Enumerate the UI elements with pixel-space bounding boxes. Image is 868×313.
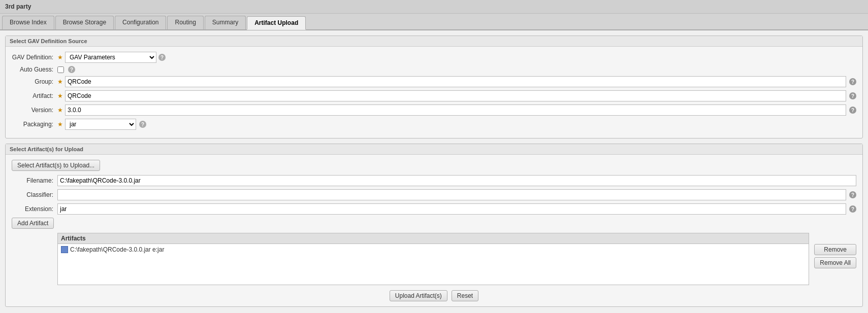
bottom-buttons: Upload Artifact(s) Reset	[12, 290, 856, 301]
filename-label: Filename:	[12, 177, 57, 184]
group-required-star: ★	[57, 78, 63, 85]
extension-help-icon[interactable]: ?	[849, 205, 856, 213]
gav-definition-select-wrap: GAV Parameters POM File ?	[65, 52, 166, 63]
tab-browse-index[interactable]: Browse Index	[2, 16, 54, 29]
auto-guess-row: Auto Guess: ?	[12, 66, 856, 73]
version-row: Version: ★ ?	[12, 105, 856, 116]
auto-guess-checkbox-wrap: ?	[57, 66, 75, 73]
version-label: Version:	[12, 107, 57, 114]
filename-input-wrap	[57, 175, 856, 186]
artifact-help-icon[interactable]: ?	[849, 92, 856, 99]
packaging-help-icon[interactable]: ?	[139, 121, 146, 128]
artifact-item-text: C:\fakepath\QRCode-3.0.0.jar e:jar	[70, 246, 164, 253]
extension-input[interactable]	[57, 203, 846, 215]
filename-input[interactable]	[57, 175, 856, 186]
group-label: Group:	[12, 78, 57, 85]
gav-definition-row: GAV Definition: ★ GAV Parameters POM Fil…	[12, 52, 856, 63]
artifact-file-icon	[61, 246, 68, 253]
classifier-label: Classifier:	[12, 191, 57, 198]
upload-section-body: Select Artifact(s) to Upload... Filename…	[6, 155, 862, 306]
remove-all-button[interactable]: Remove All	[814, 257, 856, 268]
artifact-list-item[interactable]: C:\fakepath\QRCode-3.0.0.jar e:jar	[59, 245, 808, 254]
classifier-input[interactable]	[57, 189, 846, 200]
artifact-input-wrap: ?	[65, 90, 856, 101]
tab-artifact-upload[interactable]: Artifact Upload	[247, 16, 306, 30]
extension-label: Extension:	[12, 205, 57, 213]
artifacts-list-header: Artifacts	[58, 233, 809, 244]
gav-section-title: Select GAV Definition Source	[6, 36, 862, 47]
auto-guess-checkbox[interactable]	[57, 66, 64, 73]
tab-routing[interactable]: Routing	[167, 16, 203, 29]
group-row: Group: ★ ?	[12, 76, 856, 87]
classifier-input-wrap: ?	[57, 189, 856, 200]
artifacts-list-body[interactable]: C:\fakepath\QRCode-3.0.0.jar e:jar	[58, 244, 809, 285]
artifacts-list: Artifacts C:\fakepath\QRCode-3.0.0.jar e…	[57, 233, 809, 285]
packaging-label: Packaging:	[12, 121, 57, 128]
packaging-required-star: ★	[57, 121, 63, 128]
artifact-label: Artifact:	[12, 92, 57, 99]
select-artifacts-button[interactable]: Select Artifact(s) to Upload...	[12, 160, 100, 171]
packaging-row: Packaging: ★ jar war pom ear zip ?	[12, 119, 856, 130]
artifact-input[interactable]	[65, 90, 846, 101]
auto-guess-label: Auto Guess:	[12, 66, 57, 73]
remove-button[interactable]: Remove	[814, 244, 856, 255]
artifacts-buttons: Remove Remove All	[814, 233, 856, 285]
reset-button[interactable]: Reset	[452, 290, 478, 301]
gav-definition-help-icon[interactable]: ?	[158, 54, 166, 61]
version-input-wrap: ?	[65, 105, 856, 116]
upload-artifacts-button[interactable]: Upload Artifact(s)	[390, 290, 447, 301]
gav-section: Select GAV Definition Source GAV Definit…	[5, 36, 863, 138]
artifact-row: Artifact: ★ ?	[12, 90, 856, 101]
extension-input-wrap: ?	[57, 203, 856, 215]
version-input[interactable]	[65, 105, 846, 116]
packaging-input-wrap: jar war pom ear zip ?	[65, 119, 146, 130]
auto-guess-help-icon[interactable]: ?	[68, 66, 75, 73]
gav-definition-required-star: ★	[57, 54, 63, 61]
artifacts-area: Artifacts C:\fakepath\QRCode-3.0.0.jar e…	[12, 233, 856, 285]
upload-section-title: Select Artifact(s) for Upload	[6, 144, 862, 155]
add-artifact-button[interactable]: Add Artifact	[12, 218, 54, 229]
window-title: 3rd party	[0, 0, 868, 14]
tab-browse-storage[interactable]: Browse Storage	[55, 16, 114, 29]
tab-summary[interactable]: Summary	[205, 16, 246, 29]
gav-section-body: GAV Definition: ★ GAV Parameters POM Fil…	[6, 47, 862, 138]
gav-definition-select[interactable]: GAV Parameters POM File	[65, 52, 156, 63]
artifact-required-star: ★	[57, 92, 63, 99]
packaging-select[interactable]: jar war pom ear zip	[65, 119, 136, 130]
extension-row: Extension: ?	[12, 203, 856, 215]
version-required-star: ★	[57, 107, 63, 114]
group-input[interactable]	[65, 76, 846, 87]
version-help-icon[interactable]: ?	[849, 107, 856, 114]
group-help-icon[interactable]: ?	[849, 78, 856, 85]
upload-section: Select Artifact(s) for Upload Select Art…	[5, 144, 863, 307]
tab-configuration[interactable]: Configuration	[115, 16, 166, 29]
tabs-bar: Browse Index Browse Storage Configuratio…	[0, 14, 868, 30]
group-input-wrap: ?	[65, 76, 856, 87]
gav-definition-label: GAV Definition:	[12, 54, 57, 61]
main-content: Select GAV Definition Source GAV Definit…	[0, 30, 868, 313]
classifier-row: Classifier: ?	[12, 189, 856, 200]
classifier-help-icon[interactable]: ?	[849, 191, 856, 198]
filename-row: Filename:	[12, 175, 856, 186]
